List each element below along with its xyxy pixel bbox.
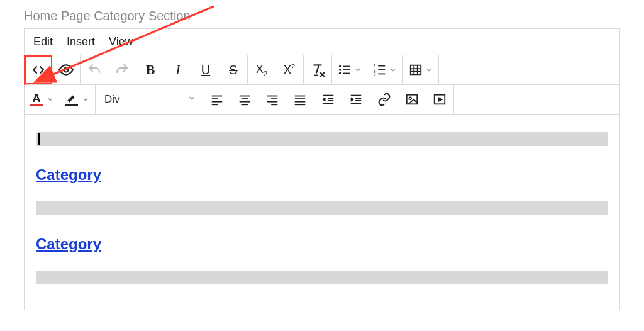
svg-rect-15 — [378, 74, 385, 75]
eye-icon — [58, 62, 74, 78]
bold-icon: B — [146, 62, 155, 78]
svg-rect-13 — [378, 65, 385, 67]
subscript-icon: X2 — [256, 63, 267, 77]
text-color-button[interactable]: A — [25, 85, 60, 114]
chevron-down-icon — [47, 96, 54, 103]
outdent-button[interactable] — [314, 85, 342, 114]
svg-rect-16 — [411, 65, 421, 75]
link-icon — [377, 93, 391, 106]
highlight-icon — [65, 93, 78, 106]
content-block[interactable] — [36, 132, 608, 146]
indent-button[interactable] — [342, 85, 370, 114]
menu-edit[interactable]: Edit — [33, 35, 53, 48]
align-right-button[interactable] — [258, 85, 286, 114]
underline-icon: U — [201, 63, 210, 77]
svg-point-0 — [64, 68, 69, 72]
numbered-list-button[interactable]: 123 — [367, 55, 402, 84]
numbered-list-icon: 123 — [373, 63, 387, 77]
svg-point-4 — [339, 65, 341, 68]
bullet-list-icon — [338, 63, 352, 77]
table-icon — [409, 63, 423, 77]
image-button[interactable] — [398, 85, 426, 114]
code-icon — [31, 62, 46, 77]
content-block[interactable] — [36, 201, 608, 215]
align-right-icon — [265, 93, 279, 106]
menu-view[interactable]: View — [109, 35, 133, 48]
subscript-button[interactable]: X2 — [248, 55, 275, 84]
clear-formatting-button[interactable] — [304, 55, 331, 84]
table-button[interactable] — [403, 55, 438, 84]
undo-icon — [87, 62, 102, 77]
content-block[interactable] — [36, 271, 608, 284]
svg-rect-14 — [378, 69, 385, 70]
align-justify-icon — [293, 93, 307, 106]
source-code-button[interactable] — [25, 55, 52, 84]
chevron-down-icon — [389, 66, 397, 74]
video-button[interactable] — [426, 85, 453, 114]
svg-point-6 — [339, 72, 341, 75]
superscript-button[interactable]: X2 — [275, 55, 303, 84]
strikethrough-button[interactable]: S — [219, 55, 247, 84]
underline-button[interactable]: U — [192, 55, 219, 84]
italic-icon: I — [175, 62, 180, 78]
undo-button[interactable] — [80, 55, 108, 84]
chevron-down-icon — [425, 66, 433, 74]
category-link-1[interactable]: Category — [36, 166, 101, 184]
menu-insert[interactable]: Insert — [67, 35, 95, 48]
chevron-down-icon — [82, 96, 89, 103]
editor-container: Edit Insert View — [24, 28, 620, 310]
align-justify-button[interactable] — [286, 85, 314, 114]
svg-text:3: 3 — [374, 72, 376, 76]
chevron-down-icon — [354, 66, 362, 74]
superscript-icon: X2 — [284, 63, 295, 77]
video-icon — [433, 93, 447, 106]
toolbar: B I U S X2 X2 — [25, 55, 619, 115]
text-color-icon: A — [30, 93, 43, 106]
italic-button[interactable]: I — [164, 55, 192, 84]
align-left-icon — [210, 93, 224, 106]
chevron-down-icon — [187, 93, 196, 106]
svg-marker-48 — [438, 98, 442, 101]
redo-button[interactable] — [108, 55, 136, 84]
indent-icon — [349, 93, 363, 106]
bullet-list-button[interactable] — [332, 55, 367, 84]
align-left-button[interactable] — [203, 85, 231, 114]
svg-point-5 — [339, 69, 341, 71]
clear-format-icon — [309, 62, 326, 78]
align-center-button[interactable] — [231, 85, 258, 114]
strikethrough-icon: S — [229, 63, 237, 77]
block-format-select[interactable]: Div — [96, 85, 203, 114]
editor-content[interactable]: Category Category — [25, 115, 619, 310]
svg-rect-7 — [343, 66, 350, 67]
svg-point-46 — [409, 97, 411, 99]
block-format-label: Div — [104, 93, 120, 106]
svg-rect-45 — [407, 95, 418, 104]
bold-button[interactable]: B — [136, 55, 164, 84]
link-button[interactable] — [370, 85, 398, 114]
redo-icon — [114, 62, 130, 77]
page-title: Home Page Category Section — [0, 0, 644, 28]
outdent-icon — [321, 93, 335, 106]
menubar: Edit Insert View — [25, 29, 619, 55]
preview-button[interactable] — [52, 55, 80, 84]
align-center-icon — [238, 93, 252, 106]
svg-rect-9 — [343, 73, 350, 74]
image-icon — [405, 93, 419, 106]
svg-rect-8 — [343, 69, 350, 70]
highlight-color-button[interactable] — [60, 85, 95, 114]
category-link-2[interactable]: Category — [36, 235, 101, 253]
